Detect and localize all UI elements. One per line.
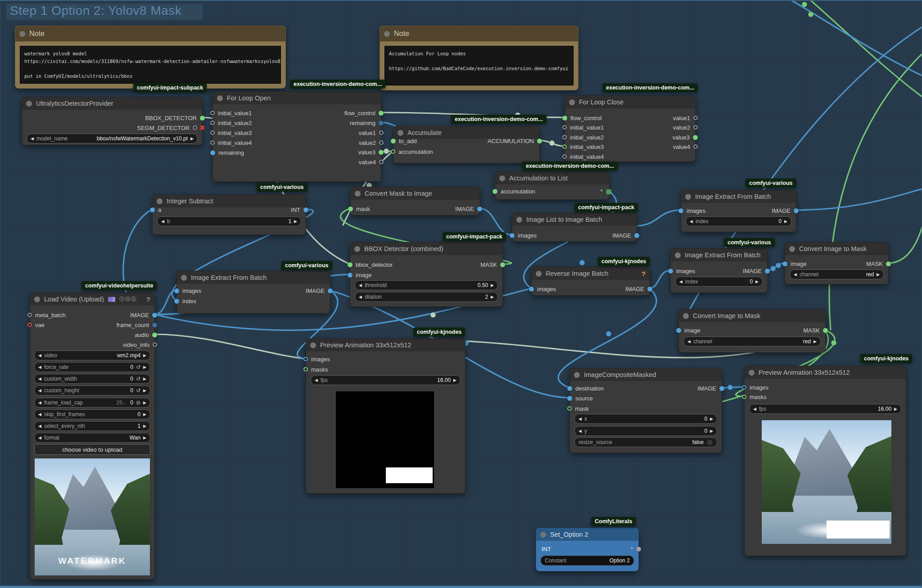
input-dot-initial-value2[interactable] bbox=[210, 121, 215, 125]
input-dot-initial-value2[interactable] bbox=[562, 135, 567, 139]
remove-slot-icon[interactable]: ✖ bbox=[199, 124, 205, 131]
widget-left-arrow-icon[interactable]: ◀ bbox=[38, 353, 41, 358]
wire-reroute-dot-4[interactable] bbox=[430, 312, 436, 318]
node-header[interactable]: Convert Image to Mask bbox=[785, 242, 888, 255]
input-dot-initial-value4[interactable] bbox=[210, 140, 215, 145]
widget-left-arrow-icon[interactable]: ◀ bbox=[753, 407, 756, 411]
input-dot-accumulation[interactable] bbox=[493, 189, 497, 194]
no-entry-icon[interactable]: ⊘ bbox=[136, 399, 140, 406]
wire-14[interactable] bbox=[154, 290, 176, 314]
wire-reroute-dot-2[interactable] bbox=[549, 140, 555, 146]
output-dot-value2[interactable] bbox=[693, 125, 698, 130]
node-header[interactable]: Note bbox=[380, 26, 578, 41]
widget-left-arrow-icon[interactable]: ◀ bbox=[38, 424, 41, 428]
input-dot-bbox-detector[interactable] bbox=[348, 262, 353, 267]
widget-left-arrow-icon[interactable]: ◀ bbox=[687, 339, 691, 344]
widget-right-arrow-icon[interactable]: ▶ bbox=[143, 412, 146, 417]
wire-12[interactable] bbox=[829, 54, 922, 330]
output-dot-any[interactable] bbox=[636, 547, 641, 552]
input-accumulation[interactable]: accumulation bbox=[391, 148, 433, 155]
widget-skip-first-frames[interactable]: ◀skip_first_frames0▶ bbox=[34, 409, 150, 419]
wire-reroute-dot-7[interactable] bbox=[606, 331, 611, 337]
output-dot-image[interactable] bbox=[647, 287, 652, 292]
node-preview-animation-33x512x512-20[interactable]: Preview Animation 33x512x512imagesmasks◀… bbox=[744, 366, 906, 556]
wire-reroute-dot-12[interactable] bbox=[802, 2, 807, 7]
input-meta-batch[interactable]: meta_batch bbox=[27, 311, 66, 319]
input-dot-destination[interactable] bbox=[567, 386, 572, 391]
wire-23[interactable] bbox=[636, 210, 681, 226]
collapse-dot-icon[interactable] bbox=[354, 246, 360, 252]
collapse-dot-icon[interactable] bbox=[398, 130, 403, 136]
collapse-dot-icon[interactable] bbox=[675, 252, 681, 258]
input-dot-images[interactable] bbox=[174, 288, 179, 293]
output-dot-remaining[interactable] bbox=[379, 121, 384, 126]
output-dot-video-info[interactable] bbox=[153, 342, 157, 347]
node-header[interactable]: Note bbox=[15, 26, 285, 41]
output-value2[interactable]: value2 bbox=[359, 139, 384, 146]
node-header[interactable]: Load Video (Upload)ⓋⒽⓈ? bbox=[30, 293, 154, 305]
output-bbox-detector[interactable]: BBOX_DETECTOR bbox=[145, 114, 205, 121]
widget-left-arrow-icon[interactable]: ◀ bbox=[690, 219, 693, 224]
input-dot-mask[interactable] bbox=[567, 406, 572, 411]
collapse-dot-icon[interactable] bbox=[384, 31, 390, 37]
wire-11[interactable] bbox=[810, 0, 922, 97]
collapse-dot-icon[interactable] bbox=[540, 532, 546, 538]
input-dot-images[interactable] bbox=[510, 233, 515, 238]
input-dot-images[interactable] bbox=[668, 269, 673, 274]
input-accumulation[interactable]: accumulation bbox=[493, 188, 535, 195]
node-header[interactable]: For Loop Open bbox=[213, 92, 381, 104]
input-images[interactable]: images bbox=[510, 232, 537, 239]
output-dot-value4[interactable] bbox=[693, 144, 698, 149]
widget-b[interactable]: ◀b1▶ bbox=[157, 216, 301, 226]
wire-5[interactable] bbox=[154, 334, 315, 360]
input-dot-source[interactable] bbox=[567, 396, 572, 401]
node-preview-animation-33x512x512-15[interactable]: Preview Animation 33x512x512imagesmasks◀… bbox=[306, 338, 466, 494]
input-vae[interactable]: vae bbox=[27, 321, 45, 328]
wire-reroute-dot-8[interactable] bbox=[728, 385, 733, 390]
output-dot-image[interactable] bbox=[719, 386, 724, 391]
input-dot-remaining[interactable] bbox=[210, 150, 215, 155]
output-dot-image[interactable] bbox=[634, 233, 639, 238]
output-value4[interactable]: value4 bbox=[673, 143, 698, 150]
widget-left-arrow-icon[interactable]: ◀ bbox=[38, 388, 41, 393]
input-dot-a[interactable] bbox=[150, 207, 155, 212]
input-initial-value1[interactable]: initial_value1 bbox=[562, 124, 604, 131]
widget-index[interactable]: ◀index0▶ bbox=[686, 216, 791, 226]
widget-video[interactable]: ◀videowm2.mp4▶ bbox=[34, 350, 150, 360]
node-header[interactable]: Image Extract From Batch bbox=[177, 271, 330, 284]
input-images[interactable]: images bbox=[174, 287, 201, 294]
widget-left-arrow-icon[interactable]: ◀ bbox=[679, 279, 682, 284]
output-dot-frame-count[interactable] bbox=[152, 323, 157, 328]
node-note-0[interactable]: Notewatermark yolov8 modelhttps://civita… bbox=[15, 26, 286, 89]
output-dot-value3[interactable] bbox=[693, 135, 698, 140]
input-dot-image[interactable] bbox=[676, 328, 681, 333]
widget-left-arrow-icon[interactable]: ◀ bbox=[38, 377, 41, 381]
node-for-loop-close-5[interactable]: For Loop Closeflow_controlinitial_value1… bbox=[565, 95, 696, 162]
widget-index[interactable]: ◀index0▶ bbox=[675, 277, 763, 287]
input-image[interactable]: image bbox=[348, 271, 371, 278]
output-image[interactable]: IMAGE bbox=[697, 385, 724, 392]
output-image[interactable]: IMAGE bbox=[625, 285, 652, 292]
widget-select-every-nth[interactable]: ◀select_every_nth1▶ bbox=[34, 421, 150, 431]
widget-left-arrow-icon[interactable]: ◀ bbox=[579, 417, 582, 421]
collapse-dot-icon[interactable] bbox=[683, 313, 689, 319]
input-dot-to-add[interactable] bbox=[391, 139, 396, 144]
output-segm-detector[interactable]: SEGM_DETECTOR✖ bbox=[137, 124, 205, 131]
collapse-dot-icon[interactable] bbox=[19, 31, 25, 37]
widget-right-arrow-icon[interactable]: ▶ bbox=[143, 388, 146, 393]
input-initial-value1[interactable]: initial_value1 bbox=[210, 109, 252, 117]
input-initial-value2[interactable]: initial_value2 bbox=[562, 134, 604, 141]
collapse-dot-icon[interactable] bbox=[749, 370, 755, 376]
output-any[interactable]: * bbox=[628, 545, 641, 552]
node-set-option-2-21[interactable]: Set_Option 2*INTConstantOption 2 bbox=[536, 528, 639, 571]
node-note-1[interactable]: NoteAccumulation For Loop nodeshttps://g… bbox=[380, 26, 579, 90]
widget-custom-width[interactable]: ◀custom_width0↺▶ bbox=[34, 374, 150, 384]
widget-right-arrow-icon[interactable]: ▶ bbox=[143, 435, 146, 440]
collapse-dot-icon[interactable] bbox=[181, 275, 187, 281]
collapse-dot-icon[interactable] bbox=[685, 194, 691, 200]
collapse-dot-icon[interactable] bbox=[34, 296, 40, 302]
input-dot-images[interactable] bbox=[742, 385, 746, 390]
output-dot-value4[interactable] bbox=[379, 160, 384, 164]
widget-right-arrow-icon[interactable]: ▶ bbox=[710, 429, 713, 433]
widget-format[interactable]: ◀formatWan▶ bbox=[34, 433, 150, 443]
